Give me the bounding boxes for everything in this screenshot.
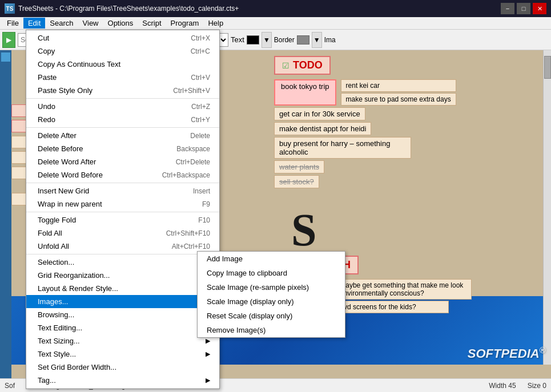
todo-item-stock[interactable]: sell stock? [274,175,319,188]
submenu-reset-scale[interactable]: Reset Scale (display only) [198,309,345,323]
submenu-remove-images[interactable]: Remove Image(s) [198,323,345,337]
menu-wrap-parent[interactable]: Wrap in new parentF9 [26,197,219,211]
menu-browsing[interactable]: Browsing...▶ [26,308,219,321]
play-button[interactable]: ▶ [2,32,15,48]
menu-options[interactable]: Options [103,18,138,29]
menu-selection[interactable]: Selection...▶ [26,256,219,269]
submenu-scale-resample[interactable]: Scale Image (re-sample pixels) [198,280,345,294]
status-sof: Sof [5,382,15,390]
border-color-dropdown[interactable]: ▼ [312,32,322,48]
menu-grid-reorg[interactable]: Grid Reorganization...▶ [26,269,219,282]
todo-row-stock: sell stock? [274,175,456,188]
menu-delete-word-after[interactable]: Delete Word AfterCtrl+Delete [26,155,219,168]
minimize-button[interactable]: − [501,3,514,14]
menu-bar: File Edit Search View Options Script Pro… [0,17,551,30]
menu-text-sizing[interactable]: Text Sizing...▶ [26,334,219,347]
menu-copy-continuous[interactable]: Copy As Continuous Text [26,58,219,71]
title-bar: TS TreeSheets - C:\Program Files\TreeShe… [0,0,551,17]
todo-title: TODO [293,59,323,71]
research-subitems: maybe get something that make me look en… [335,279,472,313]
menu-redo[interactable]: RedoCtrl+Y [26,113,219,126]
menu-program[interactable]: Program [166,18,204,29]
todo-row-plants: water plants [274,160,456,173]
todo-item-dentist[interactable]: make dentist appt for heidi [274,122,371,135]
menu-edit[interactable]: Edit [23,18,45,29]
ima-label: Ima [324,36,336,44]
todo-row-dentist: make dentist appt for heidi [274,122,456,135]
todo-row-1: book tokyo trip rent kei car make sure t… [274,79,456,106]
todo-item-present[interactable]: buy present for harry – something alcoho… [274,137,411,159]
research-subitem-dvd[interactable]: dvd screens for the kids? [335,301,449,313]
todo-row-car: get car in for 30k service [274,107,456,120]
menu-set-grid-border[interactable]: Set Grid Border Width... [26,361,219,374]
menu-fold-all[interactable]: Fold AllCtrl+Shift+F10 [26,227,219,240]
edit-menu: CutCtrl+X CopyCtrl+C Copy As Continuous … [26,30,220,389]
menu-toggle-fold[interactable]: Toggle FoldF10 [26,213,219,227]
todo-item-tokyo[interactable]: book tokyo trip [274,79,336,106]
menu-view[interactable]: View [78,18,103,29]
close-button[interactable]: ✕ [533,3,546,14]
menu-insert-grid[interactable]: Insert New GridInsert [26,184,219,197]
menu-delete-before[interactable]: Delete BeforeBackspace [26,142,219,155]
submenu-add-image[interactable]: Add Image [198,252,345,266]
border-color-swatch[interactable] [297,35,309,45]
edit-menu-section-6: Selection...▶ Grid Reorganization...▶ La… [26,254,219,389]
todo-section: ☑ TODO book tokyo trip rent kei car make… [274,56,456,188]
status-width: Width 45 [489,382,516,390]
edit-menu-section-1: CutCtrl+X CopyCtrl+C Copy As Continuous … [26,30,219,99]
menu-unfold-all[interactable]: Unfold AllAlt+Ctrl+F10 [26,240,219,253]
todo-header-cell[interactable]: ☑ TODO [274,56,331,75]
sidebar-icon [1,52,10,62]
menu-help[interactable]: Help [203,18,228,29]
submenu-scale-display[interactable]: Scale Image (display only) [198,294,345,309]
menu-script[interactable]: Script [138,18,166,29]
text-label: Text [231,35,244,44]
research-subitem-env[interactable]: maybe get something that make me look en… [335,279,472,300]
menu-search[interactable]: Search [45,18,78,29]
window-title: TreeSheets - C:\Program Files\TreeSheets… [18,5,239,13]
edit-menu-section-3: Delete AfterDelete Delete BeforeBackspac… [26,128,219,183]
menu-tag[interactable]: Tag...▶ [26,374,219,387]
edit-menu-section-5: Toggle FoldF10 Fold AllCtrl+Shift+F10 Un… [26,212,219,254]
sidebar [0,50,11,378]
menu-undo[interactable]: UndoCtrl+Z [26,100,219,113]
todo-row-present: buy present for harry – something alcoho… [274,137,456,159]
menu-text-style[interactable]: Text Style...▶ [26,347,219,361]
maximize-button[interactable]: □ [517,3,530,14]
menu-file[interactable]: File [2,18,23,29]
submenu-copy-image[interactable]: Copy Image to clipboard [198,266,345,280]
menu-delete-after[interactable]: Delete AfterDelete [26,129,219,142]
menu-copy[interactable]: CopyCtrl+C [26,45,219,58]
softpedia-watermark: SOFTPEDIA® [468,346,545,361]
text-color-swatch[interactable] [247,35,259,45]
status-size: Size 0 [528,382,546,390]
todo-item-plants[interactable]: water plants [274,160,324,173]
edit-menu-section-2: UndoCtrl+Z RedoCtrl+Y [26,99,219,128]
menu-layout-render[interactable]: Layout & Render Style...▶ [26,282,219,295]
menu-paste[interactable]: PasteCtrl+V [26,71,219,84]
todo-item-car[interactable]: get car in for 30k service [274,107,365,120]
menu-images[interactable]: Images...▶ [26,295,219,308]
menu-delete-word-before[interactable]: Delete Word BeforeCtrl+Backspace [26,168,219,181]
todo-checkbox-icon: ☑ [282,61,289,70]
menu-cut[interactable]: CutCtrl+X [26,31,219,45]
edit-menu-section-4: Insert New GridInsert Wrap in new parent… [26,183,219,212]
border-label: Border [274,36,295,44]
scrollbar-thumb[interactable] [544,56,551,79]
todo-subitem-rent-kei[interactable]: rent kei car [341,79,456,92]
app-icon: TS [5,3,15,14]
images-submenu: Add Image Copy Image to clipboard Scale … [197,251,345,338]
todo-subitem-pad-days[interactable]: make sure to pad some extra days [341,93,456,106]
tokyo-subitems: rent kei car make sure to pad some extra… [341,79,456,106]
text-color-dropdown[interactable]: ▼ [262,32,272,48]
menu-text-editing[interactable]: Text Editing...▶ [26,321,219,334]
vertical-scrollbar[interactable] [543,50,551,365]
s-logo: S [291,204,317,256]
menu-paste-style[interactable]: Paste Style OnlyCtrl+Shift+V [26,84,219,97]
